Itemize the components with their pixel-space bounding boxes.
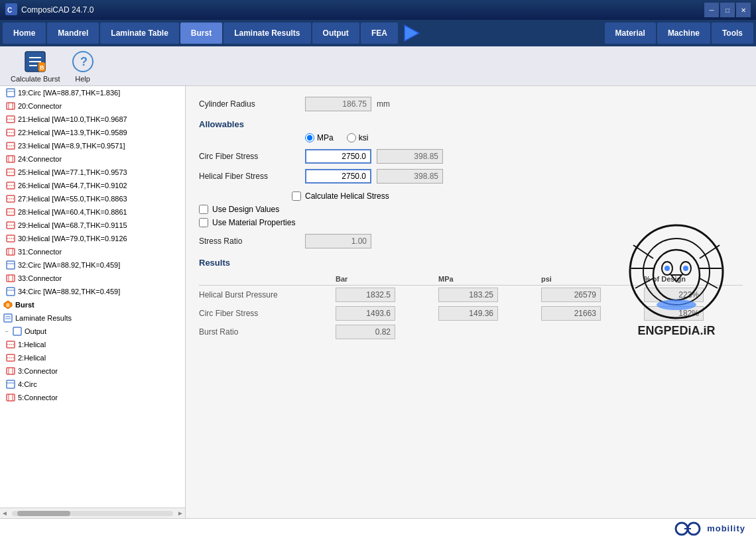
circ-icon [5,87,16,98]
circ-fiber-mpa-input[interactable] [438,306,498,321]
menu-material[interactable]: Material [605,23,656,44]
use-material-props-checkbox[interactable] [199,218,208,227]
tree-item-32circ[interactable]: 32:Circ [WA=88.92,THK=0.459] [0,258,185,272]
tree-item-24connector[interactable]: 24:Connector [0,152,185,166]
allowables-label: Allowables [199,119,244,129]
tree-item-2helical[interactable]: 2:Helical [0,351,185,364]
helical-icon-23 [5,140,16,151]
menu-home[interactable]: Home [3,23,46,44]
helical-fiber-stress-ksi-input[interactable] [377,169,443,184]
burst-ratio-input[interactable] [336,325,395,339]
helical-burst-mpa-input[interactable] [438,288,498,302]
tree-item-25helical[interactable]: 25:Helical [WA=77.1,THK=0.9573 [0,166,185,179]
tree-container: 19:Circ [WA=88.87,THK=1.836] 20:Connecto… [0,86,185,508]
tree-item-31connector[interactable]: 31:Connector [0,245,185,258]
tree-item-output[interactable]: − Output [0,325,185,338]
helical-fiber-stress-label: Helical Fiber Stress [199,172,305,181]
output-tree-icon [12,326,23,337]
use-design-values-label: Use Design Values [212,205,279,214]
svg-rect-62 [7,394,15,401]
hscroll-thumb[interactable] [17,511,70,516]
burst-ratio-cell [332,323,434,341]
run-button[interactable] [399,23,423,44]
helical-icon-25 [5,167,16,178]
cylinder-radius-row: Cylinder Radius mm [199,97,743,111]
menu-fea[interactable]: FEA [361,23,398,44]
use-design-values-checkbox[interactable] [199,205,208,214]
helical-icon-26 [5,180,16,191]
minimize-button[interactable]: ─ [704,3,719,17]
circ-fiber-stress-ksi-input[interactable] [377,149,443,164]
tree-item-burst[interactable]: B Burst [0,298,185,311]
menu-machine[interactable]: Machine [657,23,710,44]
engpedia-logo-svg: ENGPEDiA.iR [617,212,736,358]
mpa-radio-label[interactable]: MPa [305,133,334,142]
circ-fiber-psi-input[interactable] [541,306,601,321]
tree-item-19circ[interactable]: 19:Circ [WA=88.87,THK=1.836] [0,86,185,99]
col-bar-header: Bar [332,273,434,286]
tree-item-26helical[interactable]: 26:Helical [WA=64.7,THK=0.9102 [0,179,185,192]
calc-helical-stress-checkbox[interactable] [292,191,301,201]
tree-scroll[interactable]: 19:Circ [WA=88.87,THK=1.836] 20:Connecto… [0,86,185,508]
stress-ratio-input[interactable] [305,234,371,248]
svg-rect-49 [4,314,12,322]
tree-item-3connector[interactable]: 3:Connector [0,364,185,378]
tree-item-4circ[interactable]: 4:Circ [0,378,185,391]
toolbar: B Calculate Burst ? Help [0,46,756,86]
calculate-burst-label: Calculate Burst [11,75,60,83]
left-panel: 19:Circ [WA=88.87,THK=1.836] 20:Connecto… [0,86,186,518]
stress-ratio-label: Stress Ratio [199,237,305,246]
maximize-button[interactable]: □ [720,3,735,17]
close-button[interactable]: ✕ [736,3,751,17]
circ-fiber-stress-mpa-input[interactable] [305,149,371,164]
tree-item-5connector[interactable]: 5:Connector [0,391,185,404]
helical-burst-bar-input[interactable] [336,288,395,302]
tree-item-22helical[interactable]: 22:Helical [WA=13.9,THK=0.9589 [0,126,185,139]
cylinder-radius-label: Cylinder Radius [199,99,305,109]
menu-laminate-results[interactable]: Laminate Results [223,23,310,44]
mpa-radio[interactable] [305,133,314,142]
svg-rect-37 [7,248,15,255]
tree-item-laminate-results[interactable]: Laminate Results [0,311,185,325]
tree-item-28helical[interactable]: 28:Helical [WA=60.4,THK=0.8861 [0,205,185,219]
helical-icon-2 [5,352,16,363]
tree-item-33connector[interactable]: 33:Connector [0,272,185,285]
col-name-header [199,273,332,286]
menu-burst[interactable]: Burst [180,23,222,44]
menu-output[interactable]: Output [312,23,359,44]
circ-fiber-mpa-cell [434,304,537,323]
menu-laminate-table[interactable]: Laminate Table [100,23,178,44]
svg-rect-57 [7,368,15,374]
burst-ratio-label: Burst Ratio [199,327,238,337]
helical-burst-mpa-cell [434,286,537,305]
tree-item-21helical[interactable]: 21:Helical [WA=10.0,THK=0.9687 [0,113,185,126]
tree-item-30helical[interactable]: 30:Helical [WA=79.0,THK=0.9126 [0,232,185,245]
circ-fiber-bar-input[interactable] [336,306,395,321]
helical-burst-psi-input[interactable] [541,288,601,302]
results-label: Results [199,258,230,268]
cylinder-radius-unit: mm [377,99,390,109]
tree-item-34circ[interactable]: 34:Circ [WA=88.92,THK=0.459] [0,285,185,298]
svg-rect-42 [7,275,15,282]
calculate-burst-icon: B [23,50,47,74]
ksi-radio-label[interactable]: ksi [347,133,369,142]
tree-hscroll[interactable]: ◄ ► [0,508,185,518]
tree-item-27helical[interactable]: 27:Helical [WA=55.0,THK=0.8863 [0,192,185,205]
col-mpa-header: MPa [434,273,537,286]
cylinder-radius-input[interactable] [305,97,371,111]
tree-item-1helical[interactable]: 1:Helical [0,338,185,351]
helical-fiber-stress-mpa-input[interactable] [305,169,371,184]
tree-item-29helical[interactable]: 29:Helical [WA=68.7,THK=0.9115 [0,219,185,232]
ksi-radio[interactable] [347,133,356,142]
help-button[interactable]: ? Help [71,50,95,83]
tree-item-20connector[interactable]: 20:Connector [0,99,185,113]
calculate-burst-button[interactable]: B Calculate Burst [11,50,60,83]
connector-icon-33 [5,273,16,284]
svg-rect-22 [7,156,15,162]
menu-mandrel[interactable]: Mandrel [47,23,99,44]
tree-item-23helical[interactable]: 23:Helical [WA=8.9,THK=0.9571] [0,139,185,152]
helical-fiber-stress-row: Helical Fiber Stress [199,169,743,184]
circ-fiber-stress-label: Circ Fiber Stress [199,152,305,161]
menu-tools[interactable]: Tools [712,23,753,44]
svg-marker-2 [405,25,419,41]
